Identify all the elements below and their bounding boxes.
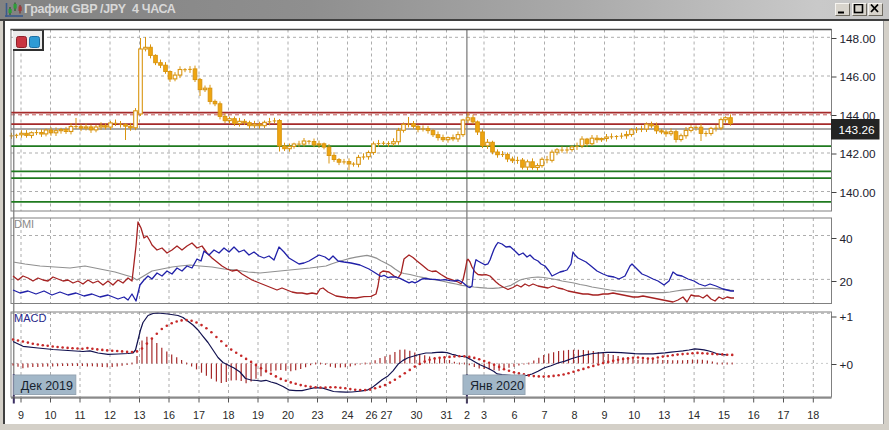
- svg-text:23: 23: [311, 409, 323, 421]
- svg-text:16: 16: [748, 409, 760, 421]
- svg-text:17: 17: [193, 409, 205, 421]
- svg-text:13: 13: [133, 409, 145, 421]
- svg-text:Дек 2019: Дек 2019: [21, 379, 73, 393]
- svg-text:8: 8: [571, 409, 577, 421]
- svg-text:19: 19: [252, 409, 264, 421]
- svg-text:7: 7: [541, 409, 547, 421]
- svg-text:3: 3: [481, 409, 487, 421]
- svg-text:20: 20: [282, 409, 294, 421]
- svg-text:20: 20: [840, 275, 854, 289]
- svg-text:148.00: 148.00: [840, 32, 877, 46]
- svg-text:146.00: 146.00: [840, 70, 877, 84]
- svg-text:MACD: MACD: [14, 312, 46, 324]
- svg-text:9: 9: [18, 409, 24, 421]
- svg-text:+1: +1: [840, 310, 853, 324]
- svg-text:13: 13: [658, 409, 670, 421]
- svg-text:10: 10: [44, 409, 56, 421]
- svg-text:24: 24: [341, 409, 353, 421]
- svg-text:26: 26: [365, 409, 377, 421]
- svg-text:10: 10: [628, 409, 640, 421]
- svg-text:12: 12: [104, 409, 116, 421]
- svg-text:17: 17: [777, 409, 789, 421]
- svg-text:+0: +0: [840, 358, 854, 372]
- svg-text:27: 27: [380, 409, 392, 421]
- svg-text:9: 9: [601, 409, 607, 421]
- svg-text:DMI: DMI: [14, 218, 34, 230]
- svg-text:30: 30: [410, 409, 422, 421]
- svg-text:140.00: 140.00: [840, 186, 877, 200]
- svg-text:40: 40: [840, 232, 854, 246]
- svg-text:14: 14: [688, 409, 700, 421]
- svg-text:16: 16: [163, 409, 175, 421]
- svg-text:143.26: 143.26: [839, 123, 876, 137]
- svg-text:18: 18: [222, 409, 234, 421]
- svg-text:2: 2: [464, 409, 470, 421]
- svg-text:18: 18: [807, 409, 819, 421]
- svg-text:142.00: 142.00: [840, 147, 877, 161]
- svg-text:Янв 2020: Янв 2020: [470, 379, 524, 393]
- svg-text:31: 31: [440, 409, 452, 421]
- svg-text:11: 11: [74, 409, 85, 421]
- svg-text:6: 6: [511, 409, 517, 421]
- svg-text:15: 15: [718, 409, 730, 421]
